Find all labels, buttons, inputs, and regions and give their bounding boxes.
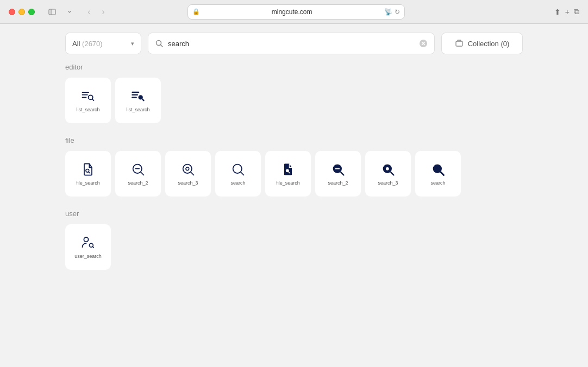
list-item-search_3_fill[interactable]: search_3 [365, 151, 411, 197]
address-bar[interactable]: 🔒 mingcute.com 📡 ↻ [187, 4, 405, 20]
browser-sidebar-toggle [45, 4, 77, 20]
icon-label: search_3 [178, 180, 198, 186]
icons-grid-editor: list_search list_search [65, 78, 523, 123]
category-dropdown[interactable]: All (2670) ▾ [65, 33, 141, 54]
search-outline-icon [230, 162, 246, 177]
collection-label: Collection (0) [468, 40, 510, 48]
svg-line-31 [341, 172, 343, 175]
traffic-light-red[interactable] [9, 9, 15, 15]
refresh-icon[interactable]: ↻ [395, 8, 400, 16]
dropdown-arrow-icon: ▾ [131, 40, 134, 47]
svg-rect-7 [456, 41, 462, 46]
address-bar-icons: 📡 ↻ [384, 8, 400, 16]
share-icon[interactable]: ⬆ [554, 8, 561, 16]
svg-point-26 [233, 164, 242, 173]
user_search-outline-icon [80, 235, 96, 250]
search_2-fill-icon [330, 162, 346, 177]
search-bar[interactable] [148, 33, 435, 54]
section-label-editor: editor [65, 63, 523, 71]
clear-search-button[interactable] [419, 39, 428, 48]
svg-line-27 [241, 172, 243, 175]
toolbar: All (2670) ▾ Co [0, 24, 588, 63]
icon-label: search_2 [328, 180, 348, 186]
collection-button[interactable]: Collection (0) [441, 33, 523, 54]
svg-point-35 [386, 167, 389, 170]
list-item-search_2_fill[interactable]: search_2 [315, 151, 361, 197]
browser-right-icons: ⬆ + ⧉ [554, 7, 579, 16]
icon-label: list_search [76, 107, 99, 113]
icons-container: editor list_search [0, 63, 588, 305]
section-file: file file_search [65, 136, 523, 197]
svg-rect-0 [49, 9, 55, 15]
list-item-file_search_fill[interactable]: file_search [265, 151, 311, 197]
chevron-down-icon[interactable] [62, 4, 77, 20]
icon-label: user_search [74, 254, 102, 260]
icon-label: file_search [276, 180, 300, 186]
svg-line-40 [92, 246, 93, 248]
section-editor: editor list_search [65, 63, 523, 123]
icon-label: search [230, 180, 245, 186]
list-item-list_search_fill[interactable]: list_search [115, 78, 161, 123]
icon-label: list_search [126, 107, 149, 113]
svg-line-19 [89, 172, 90, 173]
forward-button[interactable]: › [97, 5, 110, 18]
list_search-outline-icon [80, 88, 96, 104]
add-tab-icon[interactable]: + [565, 8, 570, 16]
traffic-light-green[interactable] [28, 9, 35, 15]
svg-line-3 [161, 45, 163, 47]
svg-point-25 [186, 167, 189, 170]
search_3-outline-icon [180, 162, 196, 177]
list-item-search_outline[interactable]: search [215, 151, 261, 197]
list-item-search_fill[interactable]: search [415, 151, 461, 197]
back-button[interactable]: ‹ [83, 5, 96, 18]
icons-grid-file: file_search search_2 [65, 151, 523, 197]
url-text: mingcute.com [202, 8, 382, 16]
svg-line-21 [141, 172, 143, 175]
search-fill-icon [430, 162, 446, 177]
svg-point-38 [84, 237, 88, 242]
search-input[interactable] [168, 40, 415, 48]
icon-label: search [430, 180, 445, 186]
file_search-outline-icon [80, 162, 96, 177]
list-item-user_search_outline[interactable]: user_search [65, 224, 111, 270]
svg-line-34 [391, 172, 393, 175]
list-item-search_3_outline[interactable]: search_3 [165, 151, 211, 197]
browser-chrome: ‹ › 🔒 mingcute.com 📡 ↻ ⬆ + ⧉ [0, 0, 588, 24]
nav-arrows: ‹ › [83, 5, 110, 18]
svg-line-17 [142, 99, 144, 100]
main-content: All (2670) ▾ Co [0, 24, 588, 367]
svg-line-37 [441, 172, 443, 175]
cast-icon: 📡 [384, 8, 392, 16]
section-label-user: user [65, 210, 523, 218]
collection-icon [455, 39, 464, 48]
list-item-file_search_outline[interactable]: file_search [65, 151, 111, 197]
sidebar-icon[interactable] [45, 4, 60, 20]
lock-icon: 🔒 [192, 8, 200, 15]
icon-label: search_2 [128, 180, 148, 186]
search_2-outline-icon [130, 162, 146, 177]
category-label: All (2670) [72, 40, 127, 48]
icon-label: search_3 [378, 180, 398, 186]
section-label-file: file [65, 136, 523, 144]
icons-grid-user: user_search [65, 224, 523, 270]
tabs-icon[interactable]: ⧉ [574, 7, 579, 16]
search_3-fill-icon [380, 162, 396, 177]
icon-label: file_search [76, 180, 100, 186]
list_search-fill-icon [130, 88, 146, 104]
traffic-light-yellow[interactable] [18, 9, 25, 15]
section-user: user user_search [65, 210, 523, 270]
svg-point-23 [183, 164, 192, 173]
traffic-lights [9, 9, 35, 15]
list-item-search_2_outline[interactable]: search_2 [115, 151, 161, 197]
file_search-fill-icon [280, 162, 296, 177]
search-icon [155, 39, 164, 48]
svg-line-24 [191, 172, 193, 175]
svg-line-12 [92, 99, 94, 100]
list-item-list_search_outline[interactable]: list_search [65, 78, 111, 123]
